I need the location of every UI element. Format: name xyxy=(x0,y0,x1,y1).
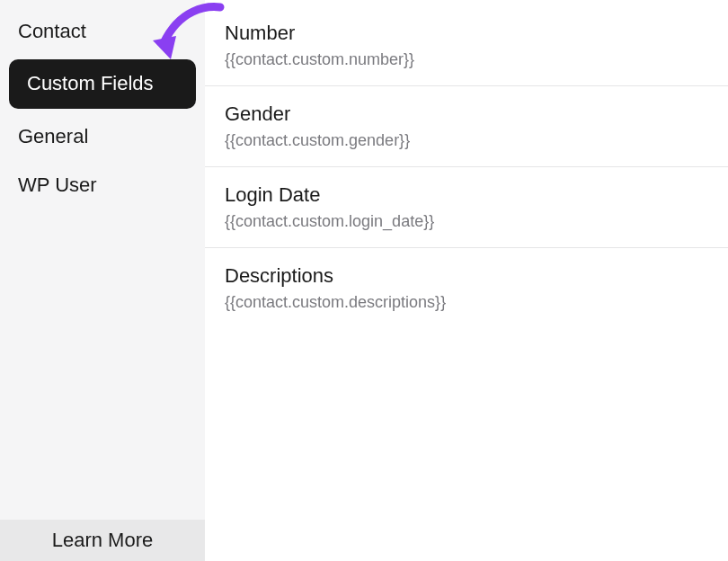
field-token: {{contact.custom.gender}} xyxy=(225,131,708,150)
field-row[interactable]: Login Date {{contact.custom.login_date}} xyxy=(205,167,728,248)
learn-more-button[interactable]: Learn More xyxy=(0,520,205,561)
field-row[interactable]: Gender {{contact.custom.gender}} xyxy=(205,86,728,167)
field-title: Number xyxy=(225,22,708,45)
main-panel: Number {{contact.custom.number}} Gender … xyxy=(205,0,728,561)
field-token: {{contact.custom.number}} xyxy=(225,50,708,69)
field-token: {{contact.custom.login_date}} xyxy=(225,212,708,231)
sidebar-item-general[interactable]: General xyxy=(0,112,205,161)
sidebar-item-contact[interactable]: Contact xyxy=(0,7,205,56)
field-title: Gender xyxy=(225,102,708,126)
sidebar-item-label: General xyxy=(18,125,88,147)
field-token: {{contact.custom.descriptions}} xyxy=(225,293,708,312)
sidebar-item-label: Contact xyxy=(18,20,86,42)
field-title: Descriptions xyxy=(225,264,708,288)
sidebar-top: Contact Custom Fields General WP User xyxy=(0,0,205,210)
sidebar-item-label: Custom Fields xyxy=(27,72,154,94)
sidebar-item-label: WP User xyxy=(18,174,97,196)
learn-more-label: Learn More xyxy=(52,529,154,552)
field-title: Login Date xyxy=(225,183,708,207)
field-row[interactable]: Number {{contact.custom.number}} xyxy=(205,5,728,86)
sidebar-item-wp-user[interactable]: WP User xyxy=(0,161,205,209)
sidebar: Contact Custom Fields General WP User Le… xyxy=(0,0,205,561)
sidebar-item-custom-fields[interactable]: Custom Fields xyxy=(9,59,196,108)
field-row[interactable]: Descriptions {{contact.custom.descriptio… xyxy=(205,248,728,328)
